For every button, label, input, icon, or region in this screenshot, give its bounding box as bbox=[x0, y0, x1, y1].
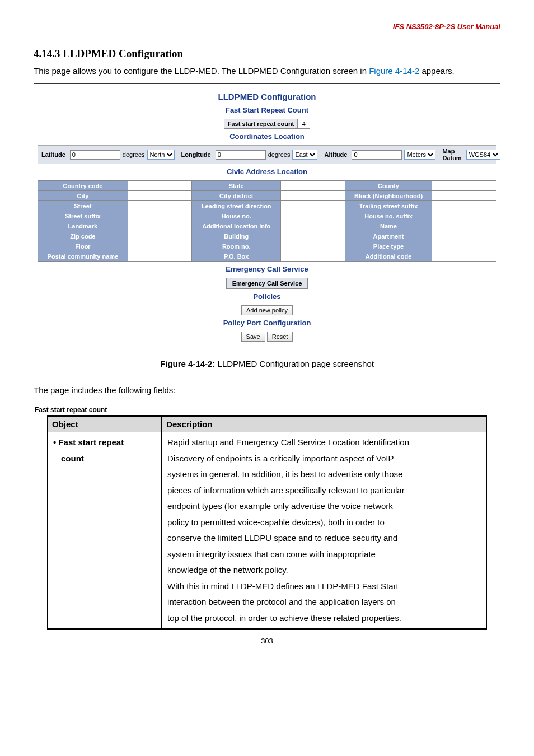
page-number: 303 bbox=[34, 637, 500, 645]
altitude-unit-select[interactable]: Meters bbox=[404, 150, 435, 160]
section-title: LLDPMED Configuration bbox=[63, 48, 183, 59]
civic-header-cell: City bbox=[38, 191, 128, 201]
latitude-unit: degrees bbox=[123, 151, 145, 158]
civic-value-cell[interactable] bbox=[281, 241, 345, 251]
obj-line1: Fast start repeat bbox=[53, 437, 124, 447]
civic-header-cell: Landmark bbox=[38, 221, 128, 231]
longitude-direction-select[interactable]: East bbox=[292, 150, 317, 160]
civic-header-cell: Leading street direction bbox=[192, 201, 281, 211]
civic-header-cell: County bbox=[345, 181, 432, 191]
emergency-box: Emergency Call Service bbox=[226, 278, 308, 289]
civic-value-cell[interactable] bbox=[128, 191, 192, 201]
obj-line2: count bbox=[53, 454, 84, 463]
civic-header-cell: City district bbox=[192, 191, 281, 201]
altitude-input[interactable] bbox=[352, 150, 402, 160]
civic-header-cell: House no. bbox=[192, 211, 281, 221]
col-object: Object bbox=[48, 416, 162, 432]
fast-start-table: Fast start repeat count 4 bbox=[224, 119, 311, 129]
civic-value-cell[interactable] bbox=[281, 231, 345, 241]
civic-value-cell[interactable] bbox=[432, 221, 496, 231]
figure-caption: Figure 4-14-2: LLDPMED Configuration pag… bbox=[34, 359, 500, 368]
civic-header-cell: Building bbox=[192, 231, 281, 241]
civic-value-cell[interactable] bbox=[281, 201, 345, 211]
civic-value-cell[interactable] bbox=[432, 181, 496, 191]
map-datum-select[interactable]: WGS84 bbox=[466, 150, 500, 160]
page-header: IFS NS3502-8P-2S User Manual bbox=[34, 22, 500, 31]
ss-main-title: LLDPMED Configuration bbox=[38, 92, 496, 101]
civic-header-cell: Trailing street suffix bbox=[345, 201, 432, 211]
civic-value-cell[interactable] bbox=[281, 221, 345, 231]
intro-suffix: appears. bbox=[419, 66, 455, 76]
ss-fast-start-heading: Fast Start Repeat Count bbox=[38, 106, 496, 114]
civic-header-cell: Postal community name bbox=[38, 251, 128, 262]
altitude-label: Altitude bbox=[322, 151, 349, 158]
civic-value-cell[interactable] bbox=[128, 231, 192, 241]
civic-header-cell: Floor bbox=[38, 241, 128, 251]
civic-value-cell[interactable] bbox=[128, 251, 192, 262]
fast-start-value[interactable]: 4 bbox=[298, 119, 310, 129]
civic-header-cell: Additional code bbox=[345, 251, 432, 262]
config-screenshot: LLDPMED Configuration Fast Start Repeat … bbox=[34, 83, 500, 352]
latitude-label: Latitude bbox=[39, 151, 68, 158]
intro-prefix: This page allows you to configure the LL… bbox=[34, 66, 369, 76]
civic-table: Country codeStateCountyCityCity district… bbox=[38, 180, 496, 262]
emergency-box-label: Emergency Call Service bbox=[226, 278, 308, 289]
reset-button[interactable]: Reset bbox=[267, 332, 293, 342]
caption-bold: Figure 4-14-2: bbox=[160, 359, 215, 368]
ss-policies-heading: Policies bbox=[38, 292, 496, 301]
civic-header-cell: Street bbox=[38, 201, 128, 211]
ss-portconfig-heading: Policy Port Configuration bbox=[38, 319, 496, 327]
description-cell: Rapid startup and Emergency Call Service… bbox=[162, 432, 487, 629]
latitude-input[interactable] bbox=[70, 150, 120, 160]
civic-header-cell: Name bbox=[345, 221, 432, 231]
map-datum-label: Map Datum bbox=[440, 148, 463, 161]
civic-value-cell[interactable] bbox=[128, 241, 192, 251]
civic-header-cell: Room no. bbox=[192, 241, 281, 251]
coords-row: Latitude degrees North Longitude degrees… bbox=[38, 145, 496, 164]
ss-emergency-heading: Emergency Call Service bbox=[38, 265, 496, 273]
civic-header-cell: Place type bbox=[345, 241, 432, 251]
civic-value-cell[interactable] bbox=[281, 211, 345, 221]
civic-header-cell: State bbox=[192, 181, 281, 191]
civic-value-cell[interactable] bbox=[432, 211, 496, 221]
add-policy-button[interactable]: Add new policy bbox=[241, 305, 293, 315]
civic-value-cell[interactable] bbox=[128, 201, 192, 211]
civic-value-cell[interactable] bbox=[432, 231, 496, 241]
civic-value-cell[interactable] bbox=[432, 241, 496, 251]
civic-value-cell[interactable] bbox=[128, 221, 192, 231]
description-table: Object Description Fast start repeat cou… bbox=[47, 415, 487, 630]
civic-header-cell: Street suffix bbox=[38, 211, 128, 221]
section-number: 4.14.3 bbox=[34, 48, 60, 59]
civic-value-cell[interactable] bbox=[432, 201, 496, 211]
fields-intro: The page includes the following fields: bbox=[34, 385, 500, 395]
civic-value-cell[interactable] bbox=[128, 181, 192, 191]
civic-header-cell: Country code bbox=[38, 181, 128, 191]
civic-header-cell: Apartment bbox=[345, 231, 432, 241]
intro-text: This page allows you to configure the LL… bbox=[34, 64, 500, 78]
longitude-unit: degrees bbox=[268, 151, 291, 158]
latitude-direction-select[interactable]: North bbox=[147, 150, 175, 160]
table-mini-heading: Fast start repeat count bbox=[35, 406, 500, 414]
civic-header-cell: House no. suffix bbox=[345, 211, 432, 221]
civic-header-cell: Additional location info bbox=[192, 221, 281, 231]
ss-coords-heading: Coordinates Location bbox=[38, 132, 496, 141]
civic-header-cell: P.O. Box bbox=[192, 251, 281, 262]
civic-header-cell: Zip code bbox=[38, 231, 128, 241]
civic-value-cell[interactable] bbox=[281, 181, 345, 191]
civic-header-cell: Block (Neighbourhood) bbox=[345, 191, 432, 201]
civic-value-cell[interactable] bbox=[432, 191, 496, 201]
civic-value-cell[interactable] bbox=[281, 251, 345, 262]
save-button[interactable]: Save bbox=[241, 332, 265, 342]
civic-value-cell[interactable] bbox=[432, 251, 496, 262]
section-heading: 4.14.3 LLDPMED Configuration bbox=[34, 48, 500, 60]
object-cell: Fast start repeat count bbox=[48, 432, 162, 629]
fast-start-label: Fast start repeat count bbox=[224, 119, 298, 129]
longitude-label: Longitude bbox=[179, 151, 213, 158]
intro-figure-link[interactable]: Figure 4-14-2 bbox=[369, 66, 419, 76]
civic-value-cell[interactable] bbox=[281, 191, 345, 201]
col-description: Description bbox=[162, 416, 487, 432]
ss-civic-heading: Civic Address Location bbox=[38, 167, 496, 176]
civic-value-cell[interactable] bbox=[128, 211, 192, 221]
caption-rest: LLDPMED Configuration page screenshot bbox=[215, 359, 374, 368]
longitude-input[interactable] bbox=[216, 150, 266, 160]
